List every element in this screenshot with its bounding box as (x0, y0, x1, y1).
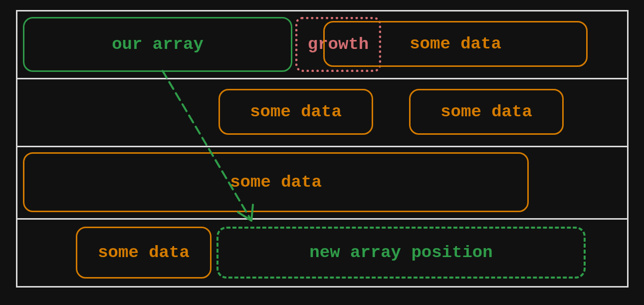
some-data-label-2a: some data (250, 102, 342, 121)
memory-diagram: our array growth some data some data som… (16, 10, 629, 288)
some-data-block-2b: some data (409, 89, 564, 135)
new-array-position-block: new array position (216, 227, 586, 279)
some-data-block-1: some data (323, 21, 588, 67)
some-data-label-4: some data (98, 243, 190, 262)
some-data-label-3: some data (230, 173, 322, 192)
some-data-block-2a: some data (218, 89, 373, 135)
some-data-label-2b: some data (440, 102, 532, 121)
our-array-label: our array (112, 35, 204, 54)
some-data-block-4: some data (76, 227, 212, 279)
our-array-block: our array (23, 17, 292, 72)
new-array-position-label: new array position (309, 243, 492, 262)
some-data-label-1: some data (410, 34, 501, 53)
some-data-block-3: some data (23, 152, 529, 212)
